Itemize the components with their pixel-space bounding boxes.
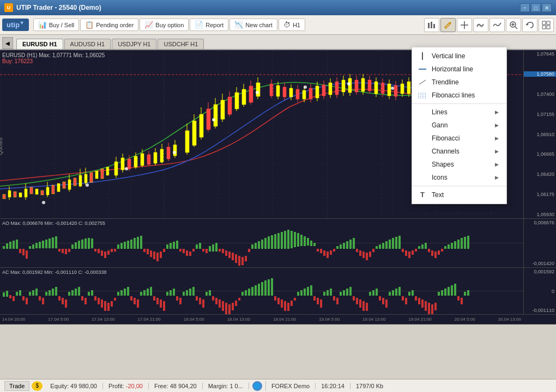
vertical-line-icon	[418, 52, 427, 60]
svg-rect-248	[274, 234, 276, 249]
brand-logo[interactable]: utip▼	[2, 19, 29, 30]
svg-point-153	[391, 87, 394, 90]
svg-rect-413	[343, 290, 345, 296]
timeframe-button[interactable]: ⏱ H1	[279, 19, 305, 31]
svg-rect-237	[238, 256, 240, 266]
crosshair-tool[interactable]	[457, 18, 472, 32]
zoom-in-tool[interactable]	[506, 18, 521, 32]
svg-rect-337	[94, 296, 96, 301]
svg-rect-355	[153, 296, 155, 301]
svg-rect-198	[111, 249, 113, 252]
svg-rect-302	[451, 243, 453, 249]
buy-sell-icon: 📊	[38, 21, 47, 29]
svg-rect-424	[379, 296, 381, 301]
menu-item-fibonacci-lines[interactable]: Fibonacci lines	[412, 89, 506, 102]
menu-item-shapes[interactable]: Shapes ▶	[412, 158, 506, 171]
tabs-nav-left[interactable]: ◀	[2, 37, 13, 49]
svg-rect-187	[75, 242, 77, 249]
menu-item-icons[interactable]: Icons ▶	[412, 171, 506, 184]
svg-rect-242	[255, 243, 257, 249]
undo-tool[interactable]	[522, 18, 537, 32]
ao-indicator-panel[interactable]: AO Max: 0,006676 Min: -0,001420 C: 0,002…	[0, 219, 556, 268]
menu-item-lines[interactable]: Lines ▶	[412, 106, 506, 119]
svg-rect-431	[402, 296, 404, 301]
svg-rect-425	[382, 298, 384, 304]
menu-item-vertical-line[interactable]: Vertical line	[412, 50, 506, 63]
maximize-button[interactable]: □	[531, 3, 541, 12]
ac-price-axis: 0,001592 0 -0,001110	[523, 268, 556, 314]
buy-sell-button[interactable]: 📊 Buy / Sell	[33, 19, 79, 31]
svg-rect-280	[379, 244, 381, 249]
tab-usdchf-h1[interactable]: USDCHF H1	[158, 39, 204, 49]
svg-rect-316	[26, 298, 28, 304]
ac-label: AC Max: 0,001592 Min: -0,001110 C: -0,00…	[2, 270, 107, 275]
svg-rect-393	[277, 298, 280, 304]
pencil-tool[interactable]	[440, 18, 456, 32]
globe-icon: 🌐	[252, 381, 262, 391]
svg-rect-446	[451, 285, 453, 296]
svg-rect-271	[349, 240, 352, 249]
svg-rect-286	[398, 236, 401, 249]
svg-point-146	[86, 183, 89, 187]
menu-item-horizontal-line[interactable]: Horizontal line	[412, 63, 506, 76]
svg-rect-367	[192, 287, 195, 296]
svg-rect-191	[88, 238, 90, 249]
svg-rect-417	[356, 298, 358, 304]
svg-point-151	[304, 85, 307, 89]
svg-rect-177	[42, 241, 44, 248]
svg-rect-360	[170, 290, 172, 296]
wave-tool[interactable]	[473, 18, 488, 32]
svg-rect-325	[55, 287, 57, 296]
gann-submenu-arrow: ▶	[495, 122, 499, 128]
pending-order-button[interactable]: 📋 Pending order	[80, 19, 138, 31]
shapes-submenu-arrow: ▶	[495, 162, 499, 167]
signal-tool[interactable]	[489, 18, 505, 32]
svg-rect-435	[415, 296, 417, 301]
svg-rect-421	[369, 292, 371, 296]
buy-option-button[interactable]: 📈 Buy option	[140, 19, 189, 31]
svg-rect-427	[389, 292, 391, 296]
svg-rect-180	[52, 237, 54, 248]
tab-eurusd-h1[interactable]: EURUSD H1	[16, 39, 63, 49]
trade-tab[interactable]: Trade	[4, 381, 29, 391]
menu-item-trendline[interactable]: Trendline	[412, 76, 506, 89]
svg-rect-183	[62, 249, 64, 253]
svg-line-6	[515, 27, 517, 29]
svg-rect-340	[104, 301, 106, 311]
svg-rect-354	[150, 287, 152, 296]
tab-audusd-h1[interactable]: AUDUSD H1	[64, 39, 111, 49]
svg-rect-321	[42, 298, 44, 304]
svg-rect-394	[281, 299, 283, 308]
svg-rect-323	[49, 290, 51, 296]
svg-rect-258	[307, 238, 309, 246]
menu-item-channels[interactable]: Channels ▶	[412, 145, 506, 158]
svg-rect-165	[3, 246, 5, 249]
grid-tool[interactable]	[539, 18, 554, 32]
svg-rect-224	[196, 244, 198, 249]
menu-item-gann[interactable]: Gann ▶	[412, 119, 506, 132]
menu-item-text[interactable]: T Text	[412, 188, 506, 201]
svg-rect-423	[376, 289, 378, 296]
report-button[interactable]: 📄 Report	[190, 19, 228, 31]
minimize-button[interactable]: −	[520, 3, 530, 12]
svg-rect-173	[29, 246, 31, 249]
svg-rect-250	[281, 232, 283, 249]
ac-indicator-panel[interactable]: AC Max: 0,001592 Min: -0,001110 C: -0,00…	[0, 268, 556, 315]
svg-rect-309	[3, 292, 5, 297]
close-button[interactable]: ✕	[542, 3, 552, 12]
svg-rect-257	[304, 236, 306, 246]
new-chart-button[interactable]: 📉 New chart	[229, 19, 277, 31]
svg-rect-228	[209, 246, 211, 252]
svg-rect-374	[215, 298, 217, 304]
svg-rect-263	[323, 250, 325, 256]
svg-rect-441	[434, 303, 437, 310]
svg-rect-168	[13, 241, 15, 249]
svg-point-148	[173, 151, 176, 154]
svg-rect-398	[294, 298, 296, 301]
tab-usdjpy-h1[interactable]: USDJPY H1	[112, 39, 156, 49]
svg-rect-216	[170, 243, 172, 249]
bar-chart-tool[interactable]	[424, 18, 439, 32]
svg-line-452	[419, 80, 426, 84]
menu-item-fibonacci[interactable]: Fibonacci ▶	[412, 132, 506, 145]
svg-rect-451	[467, 290, 469, 296]
